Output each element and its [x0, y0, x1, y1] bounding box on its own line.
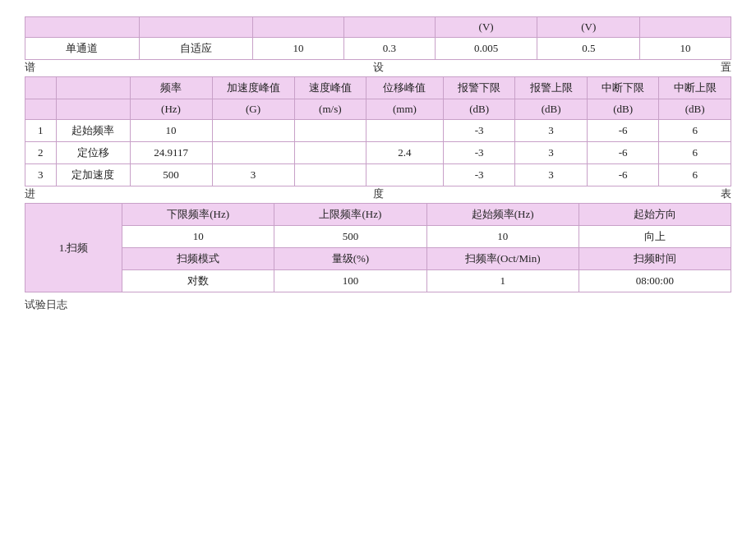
sweep-title: 1.扫频 [25, 204, 122, 292]
spectrum-row-2: 2 定位移 24.9117 2.4 -3 3 -6 6 [25, 142, 731, 164]
row1-cut-low: -6 [587, 120, 659, 142]
spec-unit-h9: (dB) [659, 99, 731, 120]
top-table: (V) (V) 单通道 自适应 10 0.3 0.005 0.5 10 [25, 16, 731, 60]
sweep-h2-col3: 扫频率(Oct/Min) [426, 248, 579, 270]
spec-col-h9: 中断上限 [659, 77, 731, 99]
row3-num: 3 [25, 164, 57, 186]
sweep-h2-col4: 扫频时间 [579, 248, 731, 270]
spec-col-h6: 报警下限 [443, 77, 515, 99]
top-data-7: 10 [640, 38, 731, 60]
row1-num: 1 [25, 120, 57, 142]
sweep-d2-col1: 对数 [122, 270, 274, 292]
top-header-5: (V) [435, 17, 537, 38]
section1-center: 设 [373, 60, 384, 75]
row1-alarm-high: 3 [515, 120, 588, 142]
spec-unit-h6: (dB) [443, 99, 515, 120]
row1-cut-high: 6 [659, 120, 731, 142]
row3-cut-low: -6 [587, 164, 659, 186]
section1-right: 置 [721, 60, 731, 75]
spec-unit-h3: (G) [212, 99, 294, 120]
row1-hz: 10 [130, 120, 212, 142]
row3-g: 3 [212, 164, 294, 186]
sweep-h1-col3: 起始频率(Hz) [426, 204, 579, 226]
spec-col-h2: 频率 [130, 77, 212, 99]
section1-left: 谱 [25, 60, 35, 75]
top-header-1 [25, 17, 140, 38]
sweep-d1-col3: 10 [426, 226, 579, 248]
spec-unit-h7: (dB) [515, 99, 588, 120]
sweep-h1-col4: 起始方向 [579, 204, 731, 226]
section2-right: 表 [721, 186, 731, 201]
top-data-4: 0.3 [343, 38, 435, 60]
spec-unit-h0 [25, 99, 57, 120]
row3-mm [366, 164, 444, 186]
sweep-h2-col2: 量级(%) [274, 248, 426, 270]
sweep-h1-col1: 下限频率(Hz) [122, 204, 274, 226]
sweep-d2-col2: 100 [274, 270, 426, 292]
row2-alarm-high: 3 [515, 142, 588, 164]
row2-g [212, 142, 294, 164]
row1-alarm-low: -3 [443, 120, 515, 142]
top-data-1: 单通道 [25, 38, 140, 60]
top-data-3: 10 [253, 38, 344, 60]
spec-col-h4: 速度峰值 [294, 77, 366, 99]
spec-unit-h5: (mm) [366, 99, 444, 120]
top-header-2 [139, 17, 253, 38]
section2-center: 度 [373, 186, 384, 201]
row1-g [212, 120, 294, 142]
row3-cut-high: 6 [659, 164, 731, 186]
row2-mm: 2.4 [366, 142, 444, 164]
top-header-6: (V) [537, 17, 640, 38]
spec-unit-h2: (Hz) [130, 99, 212, 120]
top-header-4 [343, 17, 435, 38]
spectrum-row-1: 1 起始频率 10 -3 3 -6 6 [25, 120, 731, 142]
top-data-5: 0.005 [435, 38, 537, 60]
spec-col-h1 [56, 77, 130, 99]
spec-col-h0 [25, 77, 57, 99]
footer-label: 试验日志 [25, 297, 731, 312]
row2-alarm-low: -3 [443, 142, 515, 164]
row3-ms [294, 164, 366, 186]
row1-ms [294, 120, 366, 142]
spec-col-h5: 位移峰值 [366, 77, 444, 99]
row2-name: 定位移 [56, 142, 130, 164]
row2-cut-low: -6 [587, 142, 659, 164]
spec-col-h7: 报警上限 [515, 77, 588, 99]
sweep-table: 1.扫频 下限频率(Hz) 上限频率(Hz) 起始频率(Hz) 起始方向 10 … [25, 203, 731, 292]
spec-unit-h1 [56, 99, 130, 120]
row3-name: 定加速度 [56, 164, 130, 186]
spectrum-table: 频率 加速度峰值 速度峰值 位移峰值 报警下限 报警上限 中断下限 中断上限 (… [25, 76, 731, 186]
section2-left: 进 [25, 186, 35, 201]
top-header-3 [253, 17, 344, 38]
sweep-h2-col1: 扫频模式 [122, 248, 274, 270]
row2-cut-high: 6 [659, 142, 731, 164]
spectrum-row-3: 3 定加速度 500 3 -3 3 -6 6 [25, 164, 731, 186]
top-data-6: 0.5 [537, 38, 640, 60]
spec-col-h8: 中断下限 [587, 77, 659, 99]
sweep-d1-col2: 500 [274, 226, 426, 248]
row1-mm [366, 120, 444, 142]
sweep-d1-col1: 10 [122, 226, 274, 248]
spec-unit-h4: (m/s) [294, 99, 366, 120]
section2-label: 进 度 表 [25, 186, 731, 201]
top-data-2: 自适应 [139, 38, 253, 60]
section1-label: 谱 设 置 [25, 60, 731, 75]
sweep-h1-col2: 上限频率(Hz) [274, 204, 426, 226]
top-header-7 [640, 17, 731, 38]
row2-ms [294, 142, 366, 164]
row2-num: 2 [25, 142, 57, 164]
spec-unit-h8: (dB) [587, 99, 659, 120]
row1-name: 起始频率 [56, 120, 130, 142]
row3-hz: 500 [130, 164, 212, 186]
row2-hz: 24.9117 [130, 142, 212, 164]
sweep-d2-col3: 1 [426, 270, 579, 292]
row3-alarm-low: -3 [443, 164, 515, 186]
sweep-d2-col4: 08:00:00 [579, 270, 731, 292]
spec-col-h3: 加速度峰值 [212, 77, 294, 99]
sweep-d1-col4: 向上 [579, 226, 731, 248]
row3-alarm-high: 3 [515, 164, 588, 186]
